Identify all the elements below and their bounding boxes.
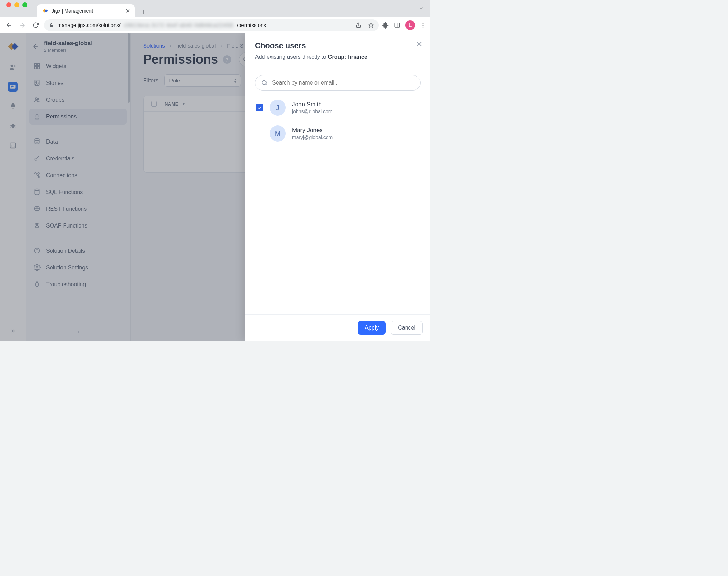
user-list: J John Smith johns@global.com M Mary Jon… [255,98,421,143]
window-controls [6,0,27,17]
user-email: maryj@global.com [292,135,333,140]
user-name: Mary Jones [292,127,333,134]
address-bar[interactable]: manage.jigx.com/solutions/ c9613eca 3172… [44,19,379,31]
svg-point-8 [423,24,424,26]
kebab-menu-icon[interactable] [420,22,426,28]
lock-icon [49,23,54,28]
user-name: John Smith [292,101,332,108]
user-avatar: J [270,100,286,116]
svg-point-54 [262,80,266,85]
svg-rect-2 [50,25,53,27]
window-close-dot[interactable] [6,2,11,7]
url-obscured: c9613eca 3172 4eef ab40 0d848ca22456 [124,22,233,28]
drawer-subtitle: Add existing users directly to Group: fi… [255,54,421,60]
nav-back-button[interactable] [4,20,14,30]
window-minimize-dot[interactable] [14,2,19,7]
svg-point-9 [423,26,424,27]
svg-line-55 [266,84,267,86]
app-root: field-sales-global 2 Members Widgets Sto… [0,33,430,341]
jigx-favicon-icon [42,8,48,14]
user-email: johns@global.com [292,109,332,114]
browser-tab-title: Jigx | Management [52,8,93,14]
user-row[interactable]: M Mary Jones maryj@global.com [255,124,421,143]
user-search[interactable] [255,75,421,91]
profile-avatar[interactable]: L [405,20,415,30]
search-icon [261,79,268,86]
tabs-overflow-icon[interactable] [418,6,424,11]
apply-button[interactable]: Apply [358,321,386,335]
drawer-title: Choose users [255,41,421,50]
svg-rect-5 [395,23,400,27]
drawer-close-button[interactable] [416,41,423,48]
user-avatar: M [270,125,286,142]
nav-forward-button[interactable] [17,20,27,30]
bookmark-icon[interactable] [368,22,374,28]
svg-point-7 [423,23,424,24]
sidepanel-icon[interactable] [394,22,400,28]
user-row[interactable]: J John Smith johns@global.com [255,98,421,117]
choose-users-drawer: Choose users Add existing users directly… [245,33,430,341]
window-zoom-dot[interactable] [22,2,27,7]
new-tab-button[interactable]: ＋ [138,6,150,17]
user-checkbox[interactable] [256,104,263,111]
extensions-icon[interactable] [382,22,389,29]
user-search-input[interactable] [272,80,415,86]
share-icon[interactable] [356,22,361,28]
cancel-button[interactable]: Cancel [391,321,423,335]
browser-tab[interactable]: Jigx | Management ✕ [37,4,135,17]
nav-reload-button[interactable] [31,20,41,30]
svg-marker-4 [369,23,373,27]
browser-tabbar: Jigx | Management ✕ ＋ [0,0,430,17]
browser-toolbar: manage.jigx.com/solutions/ c9613eca 3172… [0,17,430,33]
close-icon[interactable]: ✕ [125,8,130,14]
url-tail: /permissions [237,22,266,28]
url-host: manage.jigx.com/solutions/ [57,22,121,28]
user-checkbox[interactable] [256,130,263,137]
